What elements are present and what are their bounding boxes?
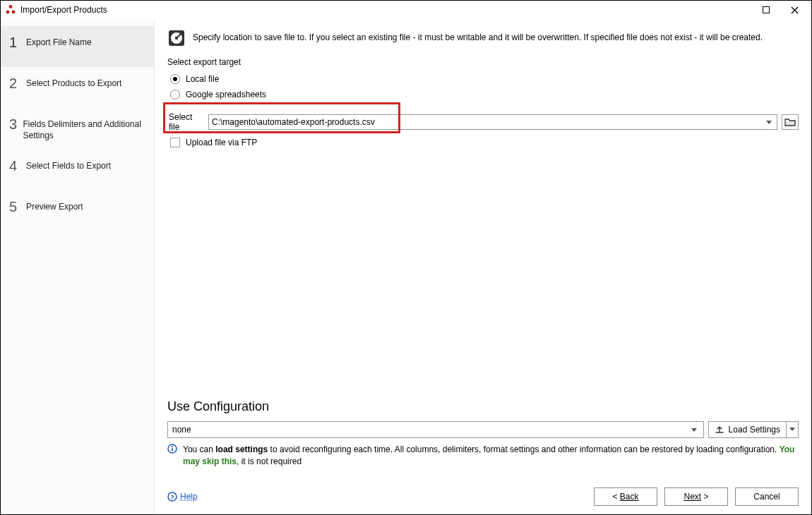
- configuration-info: You can load settings to avoid reconfigu…: [167, 444, 799, 468]
- maximize-button[interactable]: [752, 1, 780, 19]
- export-target-label: Select export target: [167, 57, 799, 67]
- chevron-down-icon: [789, 428, 795, 432]
- svg-point-2: [12, 11, 16, 14]
- app-icon: [5, 4, 16, 16]
- svg-marker-9: [766, 121, 772, 124]
- cancel-button[interactable]: Cancel: [735, 487, 799, 506]
- help-icon: ?: [167, 492, 177, 502]
- help-label: Help: [180, 492, 198, 502]
- close-button[interactable]: [780, 1, 808, 19]
- window-title: Import/Export Products: [20, 5, 752, 15]
- file-path-combo[interactable]: [208, 114, 777, 130]
- step-label: Select Products to Export: [26, 75, 121, 90]
- step-label: Fields Delimiters and Additional Setting…: [23, 116, 145, 141]
- step-2-select-products[interactable]: 2 Select Products to Export: [1, 67, 154, 108]
- configuration-value: none: [172, 425, 689, 435]
- main-panel: Specify location to save file to. If you…: [155, 19, 811, 514]
- select-file-row: Select file: [167, 112, 799, 132]
- step-4-select-fields[interactable]: 4 Select Fields to Export: [1, 150, 154, 190]
- dialog-window: Import/Export Products 1 Export File Nam…: [0, 0, 812, 515]
- export-target-radios: Local file Google spreadsheets: [170, 71, 799, 102]
- use-configuration-title: Use Configuration: [167, 399, 799, 414]
- dialog-footer: ? Help < Back Next > Cancel: [167, 482, 799, 506]
- svg-rect-3: [763, 7, 770, 13]
- upload-ftp-label: Upload file via FTP: [186, 138, 257, 147]
- svg-rect-13: [172, 448, 173, 452]
- step-label: Preview Export: [26, 199, 83, 213]
- svg-marker-11: [789, 428, 795, 431]
- svg-marker-10: [691, 428, 697, 432]
- step-5-preview[interactable]: 5 Preview Export: [1, 190, 154, 231]
- radio-label: Google spreadsheets: [186, 90, 266, 99]
- info-text: You can load settings to avoid reconfigu…: [183, 444, 799, 468]
- load-settings-dropdown[interactable]: [786, 421, 799, 438]
- wizard-sidebar: 1 Export File Name 2 Select Products to …: [1, 19, 155, 514]
- select-file-label: Select file: [167, 112, 204, 132]
- radio-icon: [170, 90, 180, 99]
- radio-local-file[interactable]: Local file: [170, 71, 799, 87]
- next-button[interactable]: Next >: [664, 487, 728, 506]
- configuration-row: none Load Settings: [167, 421, 799, 438]
- svg-text:?: ?: [170, 494, 174, 501]
- disk-icon: [167, 29, 186, 47]
- chevron-down-icon[interactable]: [689, 425, 699, 435]
- folder-open-icon: [784, 117, 796, 127]
- step-label: Select Fields to Export: [26, 158, 111, 172]
- chevron-down-icon[interactable]: [764, 117, 774, 127]
- upload-icon: [715, 425, 724, 435]
- radio-google-spreadsheets[interactable]: Google spreadsheets: [170, 87, 799, 102]
- info-icon: [167, 444, 177, 457]
- load-settings-label: Load Settings: [729, 425, 780, 435]
- load-settings-button[interactable]: Load Settings: [708, 421, 786, 438]
- svg-point-0: [9, 5, 13, 8]
- upload-ftp-row[interactable]: Upload file via FTP: [170, 138, 799, 147]
- step-1-export-file-name[interactable]: 1 Export File Name: [1, 26, 154, 67]
- page-description: Specify location to save file to. If you…: [167, 29, 799, 47]
- radio-icon: [170, 74, 180, 84]
- file-path-input[interactable]: [212, 117, 764, 127]
- description-text: Specify location to save file to. If you…: [193, 29, 763, 43]
- svg-point-1: [6, 11, 10, 14]
- help-link[interactable]: ? Help: [167, 492, 198, 502]
- titlebar: Import/Export Products: [1, 1, 811, 19]
- upload-ftp-checkbox[interactable]: [170, 138, 180, 147]
- configuration-select[interactable]: none: [167, 421, 704, 438]
- back-button[interactable]: < Back: [594, 487, 657, 506]
- radio-label: Local file: [186, 74, 219, 84]
- step-label: Export File Name: [26, 35, 92, 49]
- svg-rect-14: [172, 446, 173, 447]
- browse-file-button[interactable]: [782, 114, 799, 130]
- step-3-delimiters[interactable]: 3 Fields Delimiters and Additional Setti…: [1, 108, 154, 150]
